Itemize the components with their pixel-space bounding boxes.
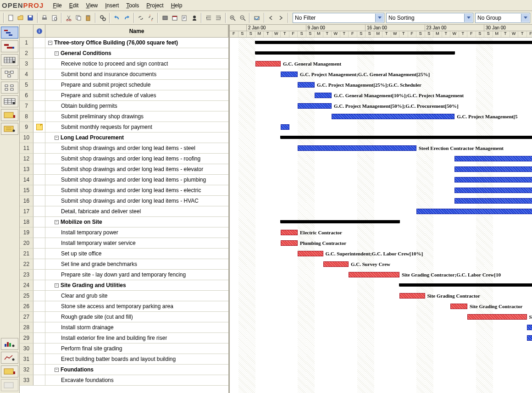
task-row[interactable]: 17Detail, fabricate and deliver steel bbox=[20, 206, 228, 217]
week-header[interactable]: 16 Jan 00 bbox=[366, 25, 425, 31]
menu-file[interactable]: File bbox=[49, 1, 65, 10]
task-row[interactable]: 3Receive notice to proceed and sign cont… bbox=[20, 59, 228, 69]
task-info-button[interactable] bbox=[161, 13, 169, 23]
task-row[interactable]: 13Submit shop drawings and order long le… bbox=[20, 164, 228, 175]
task-row[interactable]: 28Install storm drainage bbox=[20, 322, 228, 333]
row-number[interactable]: 23 bbox=[20, 270, 33, 280]
task-row[interactable]: 22Set line and grade benchmarks bbox=[20, 259, 228, 270]
link-button[interactable] bbox=[137, 13, 145, 23]
row-number[interactable]: 9 bbox=[20, 122, 33, 132]
next-button[interactable] bbox=[277, 13, 285, 23]
row-number[interactable]: 14 bbox=[20, 175, 33, 185]
task-row[interactable]: 5Prepare and submit project schedule bbox=[20, 80, 228, 90]
menu-project[interactable]: Project bbox=[143, 1, 167, 10]
name-cell[interactable]: −Site Grading and Utilities bbox=[45, 280, 228, 290]
task-row[interactable]: 8Submit preliminary shop drawings bbox=[20, 111, 228, 122]
row-number[interactable]: 5 bbox=[20, 80, 33, 90]
copy-button[interactable] bbox=[74, 13, 83, 23]
task-row[interactable]: 23Prepare site - lay down yard and tempo… bbox=[20, 270, 228, 280]
task-bar[interactable] bbox=[454, 188, 532, 193]
task-row[interactable]: 14Submit shop drawings and order long le… bbox=[20, 175, 228, 185]
group-combo[interactable]: No Group bbox=[475, 13, 530, 23]
task-row[interactable]: 32−Foundations bbox=[20, 365, 228, 375]
row-number[interactable]: 15 bbox=[20, 185, 33, 195]
row-number[interactable]: 3 bbox=[20, 59, 33, 69]
task-row[interactable]: 12Submit shop drawings and order long le… bbox=[20, 154, 228, 164]
task-bar[interactable]: Site Grading Contractor bbox=[450, 304, 467, 309]
row-number[interactable]: 33 bbox=[20, 375, 33, 385]
name-cell[interactable]: Erect building batter boards and layout … bbox=[45, 354, 228, 364]
row-number[interactable]: 24 bbox=[20, 280, 33, 290]
row-number[interactable]: 20 bbox=[20, 238, 33, 248]
notes-button[interactable] bbox=[180, 13, 189, 23]
menu-insert[interactable]: Insert bbox=[101, 1, 122, 10]
gantt-view-button[interactable] bbox=[1, 27, 18, 39]
collapse-icon[interactable]: − bbox=[55, 283, 59, 288]
name-cell[interactable]: Clear and grub site bbox=[45, 291, 228, 301]
row-number[interactable]: 10 bbox=[20, 133, 33, 143]
name-cell[interactable]: Install exterior fire line and building … bbox=[45, 333, 228, 343]
week-header[interactable]: 23 Jan 00 bbox=[425, 25, 485, 31]
redo-button[interactable] bbox=[122, 13, 131, 23]
find-button[interactable] bbox=[98, 13, 107, 23]
note-icon[interactable] bbox=[36, 124, 43, 130]
paste-button[interactable] bbox=[84, 13, 93, 23]
row-number[interactable]: 1 bbox=[20, 38, 33, 48]
name-cell[interactable]: Submit shop drawings and order long lead… bbox=[45, 185, 228, 195]
histogram-view-button[interactable] bbox=[1, 338, 18, 350]
scroll-to-button[interactable] bbox=[252, 13, 261, 23]
name-cell[interactable]: Submit monthly requests for payment bbox=[45, 122, 228, 132]
row-number[interactable]: 28 bbox=[20, 322, 33, 332]
name-cell[interactable]: Excavate foundations bbox=[45, 375, 228, 385]
name-cell[interactable]: Submit preliminary shop drawings bbox=[45, 111, 228, 122]
task-row[interactable]: 26Stone site access and temporary parkin… bbox=[20, 301, 228, 312]
outdent-button[interactable] bbox=[214, 13, 223, 23]
menu-view[interactable]: View bbox=[82, 1, 101, 10]
name-cell[interactable]: Install temporary power bbox=[45, 227, 228, 238]
row-number[interactable]: 12 bbox=[20, 154, 33, 164]
name-cell[interactable]: Submit shop drawings and order long lead… bbox=[45, 143, 228, 153]
name-cell[interactable]: Stone site access and temporary parking … bbox=[45, 301, 228, 311]
task-bar[interactable]: Site Grading Contractor bbox=[399, 293, 425, 299]
cut-button[interactable] bbox=[64, 13, 73, 23]
task-bar[interactable] bbox=[527, 335, 532, 341]
row-number[interactable]: 29 bbox=[20, 333, 33, 343]
assign-button[interactable] bbox=[190, 13, 199, 23]
name-cell[interactable]: Prepare site - lay down yard and tempora… bbox=[45, 270, 228, 280]
collapse-icon[interactable]: − bbox=[55, 136, 59, 140]
row-number[interactable]: 4 bbox=[20, 69, 33, 79]
name-cell[interactable]: Set up site office bbox=[45, 249, 228, 259]
collapse-icon[interactable]: − bbox=[55, 220, 59, 224]
task-bar[interactable]: G.C. Project Management[5 bbox=[332, 114, 454, 119]
row-number[interactable]: 31 bbox=[20, 354, 33, 364]
name-cell[interactable]: Prepare and submit project schedule bbox=[45, 80, 228, 90]
summary-bar[interactable] bbox=[255, 51, 455, 55]
task-row[interactable]: 15Submit shop drawings and order long le… bbox=[20, 185, 228, 196]
name-cell[interactable]: Obtain building permits bbox=[45, 101, 228, 111]
name-cell[interactable]: Install temporary water service bbox=[45, 238, 228, 248]
task-bar[interactable] bbox=[416, 209, 532, 214]
name-header[interactable]: Name bbox=[45, 25, 228, 37]
task-row[interactable]: 24−Site Grading and Utilities bbox=[20, 280, 228, 291]
tracking-gantt-button[interactable] bbox=[1, 40, 18, 52]
name-cell[interactable]: Prepare and submit schedule of values bbox=[45, 90, 228, 100]
task-row[interactable]: 2−General Conditions bbox=[20, 48, 228, 59]
no-sub-window-button[interactable] bbox=[1, 379, 18, 391]
task-bar[interactable]: G.C. Superintendent;G.C. Labor Crew[10%] bbox=[298, 251, 323, 256]
row-number[interactable]: 32 bbox=[20, 365, 33, 375]
unlink-button[interactable] bbox=[146, 13, 155, 23]
task-row[interactable]: 21Set up site office bbox=[20, 249, 228, 259]
new-button[interactable] bbox=[6, 13, 15, 23]
row-number[interactable]: 30 bbox=[20, 343, 33, 354]
collapse-icon[interactable]: − bbox=[48, 41, 52, 45]
gantt-body[interactable]: G.C. General ManagementG.C. Project Mana… bbox=[230, 38, 532, 393]
row-number[interactable]: 13 bbox=[20, 164, 33, 174]
collapse-icon[interactable]: − bbox=[55, 51, 59, 55]
task-row[interactable]: 33Excavate foundations bbox=[20, 375, 228, 386]
week-header[interactable]: 9 Jan 00 bbox=[306, 25, 366, 31]
row-number[interactable]: 6 bbox=[20, 90, 33, 100]
task-row[interactable]: 7Obtain building permits bbox=[20, 101, 228, 111]
task-bar[interactable]: G.C. Project Management[50%];G.C. Procur… bbox=[298, 103, 332, 109]
task-row[interactable]: 29Install exterior fire line and buildin… bbox=[20, 333, 228, 343]
task-row[interactable]: 6Prepare and submit schedule of values bbox=[20, 90, 228, 101]
